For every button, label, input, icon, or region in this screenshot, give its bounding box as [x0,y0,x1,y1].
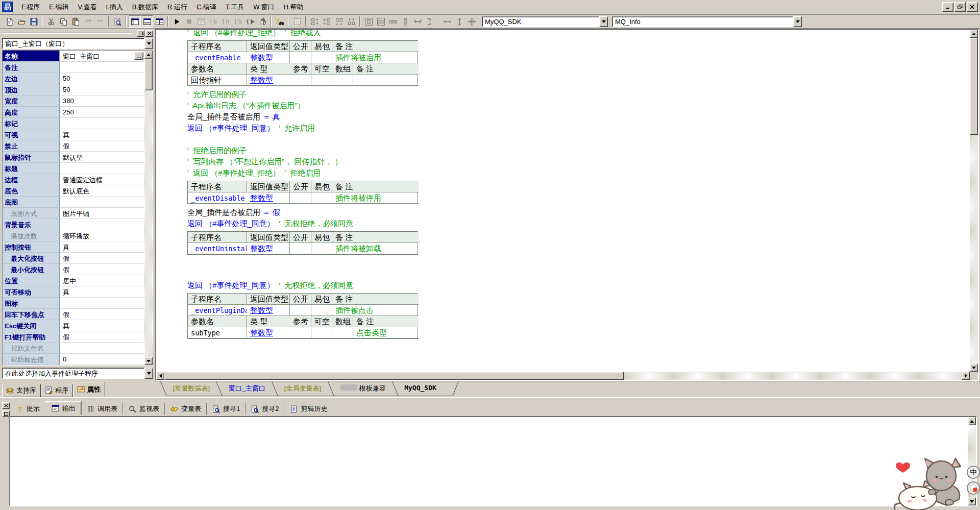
note-cell[interactable]: 插件将被停用 [332,192,419,204]
public-cell[interactable] [290,52,311,63]
return-type-cell[interactable]: 整数型 [247,192,290,204]
property-row-可否移动[interactable]: 可否移动真 [3,286,144,298]
code-comment-line[interactable]: ′ 返回 （#事件处理_拒绝） ′ 拒绝载入 [187,30,969,38]
property-value[interactable] [60,298,144,309]
code-line[interactable]: 全局_插件是否被启用 ＝ 真 [187,111,969,123]
open-file-button[interactable] [15,15,28,28]
package-cell[interactable] [311,192,332,204]
property-row-底图[interactable]: 底图 [3,197,144,208]
param-type-cell[interactable]: 整数型 [247,327,290,338]
menu-V.查看[interactable]: V.查看 [73,1,101,14]
property-value[interactable]: 380 [60,95,144,107]
code-comment-line[interactable]: ′ 拒绝启用的例子 [187,145,969,156]
object-selector[interactable]: 窗口_主窗口（窗口） [2,38,153,49]
property-value[interactable] [60,62,144,73]
property-value[interactable]: 0 [60,354,144,365]
scroll-left-button[interactable] [156,372,164,380]
document-tab-[常量数据表][interactable]: [常量数据表] [160,381,222,396]
code-comment-line[interactable]: ′ Api.输出日志 （“本插件被启用”） [187,100,969,111]
make-same-height-button[interactable] [424,15,436,28]
property-value[interactable] [60,118,144,129]
property-row-底图方式[interactable]: 底图方式图片平铺 [3,208,144,219]
stop-button[interactable] [183,15,195,28]
layout-left-pane-button[interactable] [129,15,141,28]
menu-F.程序[interactable]: F.程序 [17,1,44,14]
property-row-宽度[interactable]: 宽度380 [3,95,144,107]
property-row-背景音乐[interactable]: 背景音乐 [3,219,144,230]
align-right-edges-button[interactable] [321,15,333,28]
support-library-combo-dropdown[interactable] [599,16,608,27]
form-designer-button[interactable] [291,15,303,28]
property-grid-scrollbar[interactable] [144,51,153,365]
subroutine-name-cell[interactable]: _eventUninstall [188,243,247,254]
new-file-button[interactable] [3,15,15,28]
step-out-button[interactable] [219,15,232,28]
property-row-名称[interactable]: 名称窗口_主窗口… [3,51,144,62]
document-tab-[全局变量表][interactable]: [全局变量表] [272,381,334,396]
panel-float-button[interactable] [137,30,144,37]
align-left-edges-button[interactable] [308,15,321,28]
property-row-回车下移焦点[interactable]: 回车下移焦点假 [3,309,144,320]
property-row-图标[interactable]: 图标 [3,298,144,309]
module-combo[interactable]: MQ_Info [612,16,802,27]
property-value[interactable]: 真 [60,320,144,331]
type-link[interactable]: 整数型 [250,306,273,314]
align-tops-button[interactable] [333,15,345,28]
property-value[interactable]: 图片平铺 [60,208,144,219]
bottom-tab-搜寻1[interactable]: 搜寻1 [207,403,246,415]
code-line[interactable]: 全局_插件是否被启用 ＝ 假 [187,207,969,218]
property-row-控制按钮[interactable]: 控制按钮真 [3,241,144,253]
scroll-right-button[interactable] [962,372,970,380]
scroll-down-button[interactable] [144,357,153,365]
property-row-F1键打开帮助[interactable]: F1键打开帮助假 [3,331,144,343]
type-link[interactable]: 整数型 [250,76,273,84]
property-value[interactable]: 普通固定边框 [60,174,144,185]
subroutine-name-cell[interactable]: _eventPluginData [188,305,247,316]
copy-button[interactable] [57,15,69,28]
panel-grip[interactable] [1,30,154,37]
pause-hand-button[interactable] [256,15,268,28]
menu-I.插入[interactable]: I.插入 [102,1,128,14]
menu-T.工具[interactable]: T.工具 [221,1,249,14]
property-value[interactable]: 250 [60,107,144,118]
property-value[interactable]: 循环播放 [60,230,144,241]
redo-button[interactable] [82,15,94,28]
property-row-播放次数[interactable]: 播放次数循环播放 [3,230,144,241]
property-value[interactable]: 真 [60,241,144,253]
tab-程序[interactable]: 程序 [41,384,73,397]
code-line[interactable]: 返回 （#事件处理_同意） ′ 无权拒绝，必须同意 [187,280,969,291]
size-both-button[interactable] [465,15,478,28]
property-row-备注[interactable]: 备注 [3,62,144,73]
find-in-files-button[interactable] [111,15,124,28]
bottom-panel-close-button[interactable] [2,402,10,409]
bottom-tab-剪辑历史[interactable]: 剪辑历史 [284,403,332,415]
subroutine-name-cell[interactable]: _eventDisable [188,192,247,204]
property-row-底色[interactable]: 底色默认底色 [3,185,144,197]
layout-grid-button[interactable] [153,15,165,28]
property-row-禁止[interactable]: 禁止假 [3,140,144,152]
scroll-up-button[interactable] [970,30,978,38]
scroll-thumb[interactable] [144,59,153,90]
menu-E.编辑[interactable]: E.编辑 [44,1,73,14]
bottom-panel-float-button[interactable] [2,410,10,417]
type-link[interactable]: 整数型 [250,328,273,337]
property-row-鼠标指针[interactable]: 鼠标指针默认型 [3,152,144,163]
property-value[interactable]: 真 [60,286,144,298]
step-into-button[interactable] [207,15,219,28]
package-cell[interactable] [311,243,332,254]
property-row-位置[interactable]: 位置居中 [3,275,144,286]
public-cell[interactable] [290,243,311,254]
property-row-Esc键关闭[interactable]: Esc键关闭真 [3,320,144,331]
property-row-最大化按钮[interactable]: 最大化按钮假 [3,253,144,264]
paste-button[interactable] [69,15,82,28]
panel-close-button[interactable] [145,30,153,37]
output-area[interactable] [9,416,977,506]
property-value[interactable]: 默认底色 [60,185,144,197]
ime-language-button[interactable]: 中 [967,466,980,479]
save-file-button[interactable] [28,15,40,28]
array-cell[interactable] [332,327,353,338]
size-to-tallest-button[interactable] [453,15,465,28]
blank-line[interactable] [187,134,969,145]
optional-cell[interactable] [311,75,332,86]
property-row-高度[interactable]: 高度250 [3,107,144,118]
